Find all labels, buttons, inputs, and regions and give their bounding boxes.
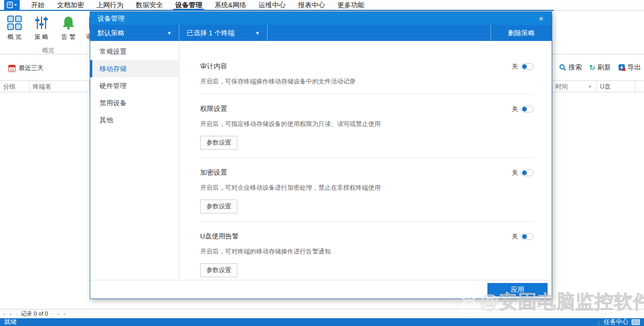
usb-alert-toggle[interactable]: 关 — [512, 232, 534, 241]
device-management-dialog: 设备管理 × 默认策略 ▼ 已选择 1 个终端 ▼ 删除策略 常规设置 移动存储… — [90, 11, 552, 299]
audit-content-title: 审计内容 — [200, 62, 227, 71]
tab-system-network[interactable]: 系统&网络 — [208, 0, 253, 10]
next-fast-button[interactable]: » — [57, 311, 60, 317]
delete-policy-button[interactable]: 删除策略 — [491, 25, 552, 41]
column-header-terminal-name[interactable]: 终端名 — [30, 81, 90, 92]
alert-button[interactable]: 告 警 — [57, 13, 80, 41]
overview-label: 概 览 — [7, 33, 21, 41]
encryption-settings-section: 加密设置 关 开启后，可对企业移动设备进行加密处理，禁止在非授权终端使用 参数设… — [200, 158, 534, 222]
tab-doc-encryption[interactable]: 文档加密 — [51, 0, 90, 10]
export-icon — [618, 64, 625, 71]
prev-page-button[interactable]: ‹ — [16, 311, 17, 317]
export-label: 导出 — [627, 63, 641, 72]
dialog-toolbar: 默认策略 ▼ 已选择 1 个终端 ▼ 删除策略 — [90, 25, 552, 41]
tab-more-features[interactable]: 更多功能 — [331, 0, 371, 10]
tab-report-center[interactable]: 报表中心 — [292, 0, 331, 10]
dialog-title-bar: 设备管理 × — [90, 12, 552, 25]
usb-alert-title: U盘使用告警 — [200, 232, 239, 241]
encryption-settings-title: 加密设置 — [200, 168, 227, 177]
alert-bell-icon — [61, 15, 76, 31]
policy-button[interactable]: 策 略 — [30, 13, 53, 41]
encryption-settings-toggle[interactable]: 关 — [512, 168, 534, 177]
next-page-button[interactable]: › — [52, 311, 53, 317]
tab-start[interactable]: 开始 — [25, 0, 51, 10]
apply-button[interactable]: 应用 — [487, 283, 548, 296]
usb-alert-params-button[interactable]: 参数设置 — [200, 263, 237, 277]
calendar-icon: 23 — [8, 65, 16, 72]
usb-alert-section: U盘使用告警 关 开启后，可对终端的移动存储操作进行告警通知 参数设置 — [200, 222, 534, 280]
toggle-switch-off — [521, 233, 534, 240]
app-menu-button[interactable] — [4, 0, 20, 10]
toggle-switch-off — [521, 63, 534, 70]
permission-settings-section: 权限设置 关 开启后，可指定移动存储设备的使用权限为只读、读写或禁止使用 参数设… — [200, 94, 534, 158]
filter-dropdown-icon[interactable]: ▼ — [588, 84, 592, 89]
status-ready-label: 就绪 — [4, 318, 17, 326]
toggle-switch-off — [521, 106, 534, 112]
audit-content-description: 开启后，可保存终端操作移动存储设备中的文件活动记录 — [200, 77, 534, 86]
search-label: 搜索 — [568, 63, 582, 72]
search-button[interactable]: 搜索 — [559, 63, 582, 72]
permission-settings-description: 开启后，可指定移动存储设备的使用权限为只读、读写或禁止使用 — [200, 120, 534, 129]
menu-bar: 开始 文档加密 上网行为 数据安全 设备管理 系统&网络 运维中心 报表中心 更… — [0, 0, 644, 10]
tab-data-security[interactable]: 数据安全 — [130, 0, 169, 10]
chevron-down-icon: ▼ — [255, 31, 260, 36]
task-center-button[interactable]: 任务中心 — [604, 318, 628, 326]
audit-content-section: 审计内容 关 开启后，可保存终端操作移动存储设备中的文件活动记录 — [200, 41, 534, 94]
app-menu-caret-icon — [14, 4, 17, 6]
dialog-body: 常规设置 移动存储 硬件管理 禁用设备 其他 审计内容 关 开启后，可保存终端操… — [90, 41, 552, 280]
record-navigator: « « ‹ 记录 0 of 0 › » » — [0, 309, 644, 318]
policy-sliders-icon — [34, 15, 49, 31]
first-page-button[interactable]: « — [3, 311, 6, 317]
dialog-sidebar: 常规设置 移动存储 硬件管理 禁用设备 其他 — [90, 41, 179, 280]
usb-alert-description: 开启后，可对终端的移动存储操作进行告警通知 — [200, 247, 534, 256]
chevron-down-icon: ▼ — [167, 31, 172, 36]
column-header-usb[interactable]: U盘 — [597, 81, 635, 92]
permission-settings-toggle[interactable]: 关 — [512, 105, 534, 114]
status-bar: 就绪 ↓ 任务中心 — [0, 318, 644, 326]
app-menu-icon — [7, 2, 13, 8]
tab-ops-center[interactable]: 运维中心 — [253, 0, 292, 10]
tab-device-management[interactable]: 设备管理 — [169, 0, 208, 10]
download-arrow-icon: ↓ — [597, 318, 601, 326]
prev-fast-button[interactable]: « — [9, 311, 12, 317]
close-icon[interactable]: × — [538, 15, 544, 22]
application-window: 开始 文档加密 上网行为 数据安全 设备管理 系统&网络 运维中心 报表中心 更… — [0, 0, 644, 326]
last-page-button[interactable]: » — [63, 311, 66, 317]
column-header-time[interactable]: 时间 ▼ — [552, 81, 597, 92]
refresh-button[interactable]: ↻ 刷新 — [589, 63, 611, 72]
toggle-switch-off — [521, 169, 534, 176]
dialog-title: 设备管理 — [97, 14, 124, 23]
monitor-icon[interactable] — [632, 319, 640, 325]
overview-button[interactable]: 概 览 — [3, 13, 26, 41]
dialog-content: 审计内容 关 开启后，可保存终端操作移动存储设备中的文件活动记录 权限设置 关 — [179, 41, 552, 280]
ribbon-tabs: 开始 文档加密 上网行为 数据安全 设备管理 系统&网络 运维中心 报表中心 更… — [25, 0, 371, 10]
sidebar-item-disabled-devices[interactable]: 禁用设备 — [90, 94, 179, 111]
sidebar-item-hardware-management[interactable]: 硬件管理 — [90, 77, 179, 94]
export-button[interactable]: 导出 — [618, 63, 641, 72]
sidebar-item-removable-storage[interactable]: 移动存储 — [90, 60, 179, 77]
encryption-settings-description: 开启后，可对企业移动设备进行加密处理，禁止在非授权终端使用 — [200, 183, 534, 192]
date-range-filter[interactable]: 23 最近三天 — [8, 64, 44, 73]
tab-web-behavior[interactable]: 上网行为 — [90, 0, 130, 10]
policy-label: 策 略 — [34, 33, 48, 41]
column-header-group[interactable]: 分组 — [0, 81, 30, 92]
ribbon-group-label: 概览 — [0, 46, 96, 55]
refresh-icon: ↻ — [589, 63, 595, 72]
sidebar-item-general-settings[interactable]: 常规设置 — [90, 43, 179, 60]
encryption-params-button[interactable]: 参数设置 — [200, 200, 237, 214]
alert-label: 告 警 — [61, 33, 75, 41]
search-icon — [559, 64, 566, 71]
date-range-label: 最近三天 — [19, 64, 44, 73]
dialog-footer: 应用 — [90, 280, 552, 299]
record-count-label: 记录 0 of 0 — [21, 310, 48, 318]
permission-params-button[interactable]: 参数设置 — [200, 136, 237, 150]
sidebar-item-other[interactable]: 其他 — [90, 111, 179, 129]
refresh-label: 刷新 — [597, 63, 611, 72]
terminal-dropdown[interactable]: 已选择 1 个终端 ▼ — [179, 25, 268, 41]
overview-grid-icon — [7, 15, 22, 31]
permission-settings-title: 权限设置 — [200, 104, 227, 114]
policy-dropdown[interactable]: 默认策略 ▼ — [90, 25, 179, 41]
audit-content-toggle[interactable]: 关 — [512, 62, 534, 71]
